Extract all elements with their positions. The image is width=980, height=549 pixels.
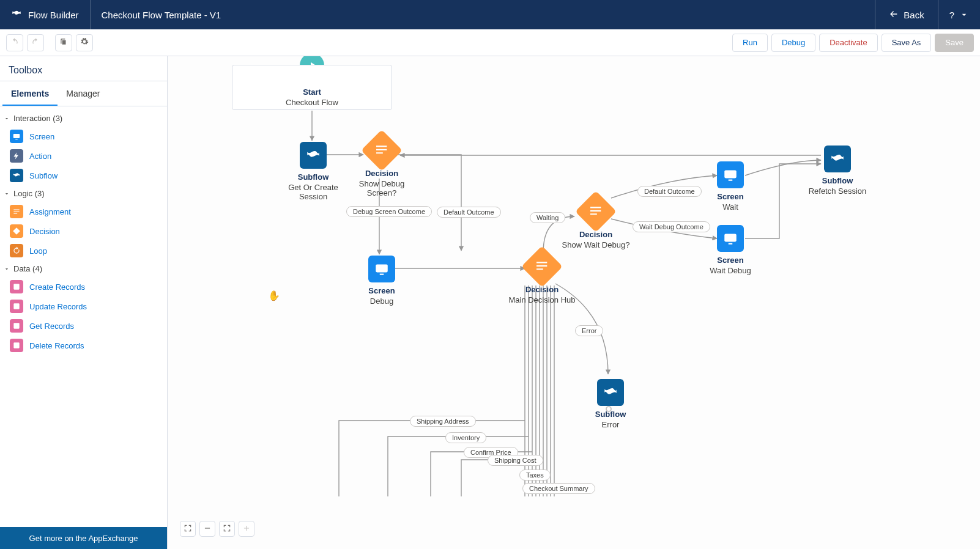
- back-arrow-icon: [889, 9, 899, 21]
- palette-list: Interaction (3) Screen Action Subflow Lo…: [0, 106, 167, 527]
- assignment-icon: [10, 205, 23, 218]
- node-subflow-session[interactable]: Subflow Get Or Create Session: [277, 142, 350, 201]
- node-screen-wait[interactable]: Screen Wait: [706, 161, 755, 212]
- decision-icon: [575, 191, 617, 232]
- back-button[interactable]: Back: [875, 0, 937, 29]
- undo-icon: [10, 37, 19, 48]
- chevron-down-icon: [4, 191, 10, 197]
- record-icon: [10, 300, 23, 313]
- node-decision-hub[interactable]: Decision Main Decision Hub: [502, 252, 582, 304]
- palette-action[interactable]: Action: [0, 146, 167, 166]
- node-start[interactable]: Start Checkout Flow: [232, 65, 392, 110]
- debug-button[interactable]: Debug: [771, 34, 815, 52]
- chip-debug-screen-outcome[interactable]: Debug Screen Outcome: [346, 206, 432, 217]
- fit-icon: [184, 524, 192, 534]
- palette-screen[interactable]: Screen: [0, 127, 167, 146]
- toolbox-tabs: Elements Manager: [0, 81, 167, 106]
- grab-cursor-icon: ✋: [268, 290, 279, 301]
- palette-decision[interactable]: Decision: [0, 221, 167, 241]
- chip-inventory[interactable]: Inventory: [445, 432, 486, 443]
- undo-button[interactable]: [6, 34, 23, 51]
- save-as-button[interactable]: Save As: [882, 34, 932, 52]
- group-data[interactable]: Data (4): [0, 260, 167, 277]
- decision-icon: [10, 224, 23, 238]
- start-subtitle: Checkout Flow: [232, 98, 392, 107]
- subflow-icon: [300, 142, 327, 169]
- node-screen-wait-debug[interactable]: Screen Wait Debug: [700, 225, 761, 275]
- screen-icon: [10, 130, 23, 143]
- chip-default-outcome-1[interactable]: Default Outcome: [437, 207, 501, 218]
- record-icon: [10, 339, 23, 352]
- group-logic[interactable]: Logic (3): [0, 185, 167, 202]
- minus-icon: [203, 524, 212, 534]
- decision-icon: [361, 130, 403, 171]
- record-icon: [10, 280, 23, 293]
- help-menu[interactable]: ?: [938, 0, 980, 29]
- subflow-icon: [10, 169, 23, 182]
- chevron-down-icon: [4, 116, 10, 122]
- save-button[interactable]: Save: [935, 34, 974, 52]
- chip-taxes[interactable]: Taxes: [519, 470, 551, 481]
- record-icon: [10, 319, 23, 333]
- chevron-down-icon: [959, 10, 969, 20]
- palette-get-records[interactable]: Get Records: [0, 316, 167, 336]
- zoom-controls: [180, 521, 254, 537]
- zoom-reset-button[interactable]: [219, 521, 235, 537]
- node-subflow-refetch[interactable]: Subflow Refetch Session: [798, 146, 877, 196]
- node-decision-debug[interactable]: Decision Show Debug Screen?: [351, 136, 412, 197]
- collapse-icon: [223, 524, 231, 534]
- chip-shipping-cost[interactable]: Shipping Cost: [488, 455, 543, 466]
- node-decision-wait[interactable]: Decision Show Wait Debug?: [559, 197, 633, 249]
- toolbar: Run Debug Deactivate Save As Save: [0, 29, 980, 56]
- flow-builder-icon: [11, 9, 22, 21]
- zoom-fit-button[interactable]: [180, 521, 196, 537]
- palette-assignment[interactable]: Assignment: [0, 202, 167, 221]
- palette-create-records[interactable]: Create Records: [0, 277, 167, 297]
- app-name: Flow Builder: [28, 10, 79, 20]
- chip-error[interactable]: Error: [575, 325, 603, 336]
- subflow-icon: [824, 146, 851, 172]
- screen-icon: [717, 225, 744, 252]
- bolt-icon: [10, 149, 23, 163]
- settings-button[interactable]: [76, 34, 93, 51]
- appexchange-link[interactable]: Get more on the AppExchange: [0, 527, 167, 549]
- chip-shipping-address[interactable]: Shipping Address: [410, 416, 476, 427]
- palette-update-records[interactable]: Update Records: [0, 297, 167, 316]
- node-subflow-error[interactable]: Subflow Error: [586, 379, 635, 429]
- zoom-in-button[interactable]: [239, 521, 254, 537]
- tab-elements[interactable]: Elements: [2, 81, 58, 106]
- redo-icon: [31, 37, 40, 48]
- flow-canvas[interactable]: Start Checkout Flow Subflow Get Or Creat…: [168, 56, 980, 549]
- start-title: Start: [232, 87, 392, 97]
- chip-checkout-summary[interactable]: Checkout Summary: [522, 483, 595, 494]
- copy-icon: [59, 37, 68, 48]
- copy-button[interactable]: [55, 34, 72, 51]
- toolbox-title: Toolbox: [0, 56, 167, 81]
- deactivate-button[interactable]: Deactivate: [819, 34, 877, 52]
- chip-wait-debug-outcome[interactable]: Wait Debug Outcome: [633, 221, 710, 232]
- palette-loop[interactable]: Loop: [0, 241, 167, 260]
- palette-subflow[interactable]: Subflow: [0, 166, 167, 185]
- chevron-down-icon: [4, 266, 10, 272]
- plus-icon: [242, 524, 251, 534]
- screen-icon: [368, 256, 395, 282]
- screen-icon: [717, 161, 744, 188]
- subflow-icon: [597, 379, 624, 406]
- app-brand: Flow Builder: [0, 0, 91, 29]
- redo-button[interactable]: [27, 34, 44, 51]
- run-button[interactable]: Run: [732, 34, 768, 52]
- flow-title: Checkout Flow Template - V1: [91, 0, 232, 29]
- decision-icon: [521, 246, 563, 287]
- loop-icon: [10, 244, 23, 257]
- tab-manager[interactable]: Manager: [58, 81, 108, 106]
- toolbox-panel: Toolbox Elements Manager Interaction (3)…: [0, 56, 168, 549]
- zoom-out-button[interactable]: [199, 521, 215, 537]
- gear-icon: [80, 37, 89, 48]
- palette-delete-records[interactable]: Delete Records: [0, 336, 167, 355]
- app-header: Flow Builder Checkout Flow Template - V1…: [0, 0, 980, 29]
- node-screen-debug[interactable]: Screen Debug: [351, 256, 412, 306]
- group-interaction[interactable]: Interaction (3): [0, 110, 167, 127]
- chip-default-outcome-2[interactable]: Default Outcome: [637, 186, 702, 197]
